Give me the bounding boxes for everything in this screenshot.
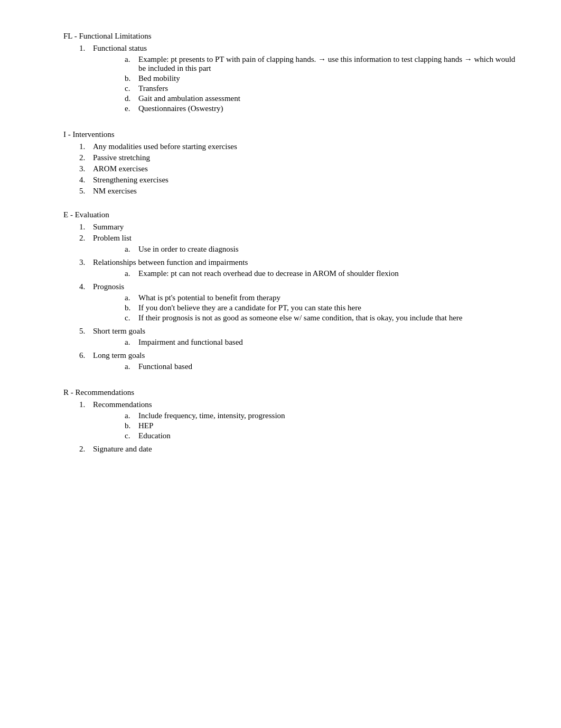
alpha-list: a.Functional based <box>93 362 518 371</box>
list-item: 2.Problem lista.Use in order to create d… <box>63 234 518 256</box>
list-item: b.Bed mobility <box>93 74 518 83</box>
item-text: AROM exercises <box>93 164 148 173</box>
alpha-label: a. <box>125 411 138 420</box>
list-item: 2.Signature and date <box>63 445 518 454</box>
list-item: a.Functional based <box>93 362 518 371</box>
list-item: 1.Summary <box>63 223 518 232</box>
item-content: Long term goalsa.Functional based <box>93 351 518 373</box>
item-number: 2. <box>79 445 93 454</box>
item-number: 1. <box>79 142 93 151</box>
list-item: a.What is pt's potential to benefit from… <box>93 293 518 302</box>
item-text: Recommendations <box>93 400 152 409</box>
list-item: 1.Any modalities used before starting ex… <box>63 142 518 151</box>
alpha-text: Bed mobility <box>138 74 518 83</box>
item-text: Short term goals <box>93 327 145 335</box>
list-item: a.Example: pt can not reach overhead due… <box>93 269 518 278</box>
item-content: Relationships between function and impai… <box>93 258 518 280</box>
alpha-label: a. <box>125 293 138 302</box>
numbered-list-r: 1.Recommendationsa.Include frequency, ti… <box>63 400 518 454</box>
section-e: E - Evaluation1.Summary2.Problem lista.U… <box>63 210 518 373</box>
list-item: d.Gait and ambulation assessment <box>93 94 518 103</box>
item-number: 1. <box>79 400 93 443</box>
alpha-label: a. <box>125 362 138 371</box>
item-content: AROM exercises <box>93 164 518 173</box>
item-number: 1. <box>79 223 93 232</box>
alpha-label: a. <box>125 338 138 347</box>
alpha-list: a.Example: pt presents to PT with pain o… <box>93 55 518 113</box>
item-content: NM exercises <box>93 187 518 196</box>
alpha-text: Example: pt can not reach overhead due t… <box>138 269 518 278</box>
alpha-label: a. <box>125 55 138 73</box>
item-text: Signature and date <box>93 445 152 453</box>
section-header-fl: FL - Functional Limitations <box>63 32 518 41</box>
alpha-text: Questionnaires (Oswestry) <box>138 104 518 113</box>
alpha-label: b. <box>125 421 138 430</box>
section-header-e: E - Evaluation <box>63 210 518 219</box>
item-content: Summary <box>93 223 518 232</box>
alpha-text: If you don't believe they are a candidat… <box>138 303 518 312</box>
item-content: Passive stretching <box>93 153 518 162</box>
list-item: c.Education <box>93 431 518 440</box>
alpha-list: a.Use in order to create diagnosis <box>93 245 518 254</box>
list-item: 3.Relationships between function and imp… <box>63 258 518 280</box>
alpha-label: b. <box>125 303 138 312</box>
item-text: Long term goals <box>93 351 145 360</box>
item-number: 6. <box>79 351 93 373</box>
alpha-label: d. <box>125 94 138 103</box>
item-number: 2. <box>79 234 93 256</box>
list-item: b.HEP <box>93 421 518 430</box>
alpha-list: a.What is pt's potential to benefit from… <box>93 293 518 322</box>
alpha-list: a.Example: pt can not reach overhead due… <box>93 269 518 278</box>
item-content: Short term goalsa.Impairment and functio… <box>93 327 518 349</box>
item-number: 4. <box>79 176 93 185</box>
list-item: 5.NM exercises <box>63 187 518 196</box>
item-number: 3. <box>79 258 93 280</box>
alpha-text: HEP <box>138 421 518 430</box>
alpha-list: a.Include frequency, time, intensity, pr… <box>93 411 518 440</box>
alpha-text: Include frequency, time, intensity, prog… <box>138 411 518 420</box>
list-item: 4.Prognosisa.What is pt's potential to b… <box>63 282 518 325</box>
alpha-text: If their prognosis is not as good as som… <box>138 314 518 322</box>
section-fl: FL - Functional Limitations1.Functional … <box>63 32 518 115</box>
item-text: Passive stretching <box>93 153 150 162</box>
alpha-label: c. <box>125 314 138 322</box>
list-item: b.If you don't believe they are a candid… <box>93 303 518 312</box>
item-number: 4. <box>79 282 93 325</box>
list-item: c.Transfers <box>93 84 518 93</box>
alpha-text: Use in order to create diagnosis <box>138 245 518 254</box>
alpha-list: a.Impairment and functional based <box>93 338 518 347</box>
item-text: Summary <box>93 223 124 231</box>
list-item: 3.AROM exercises <box>63 164 518 173</box>
list-item: e.Questionnaires (Oswestry) <box>93 104 518 113</box>
item-content: Problem lista.Use in order to create dia… <box>93 234 518 256</box>
alpha-text: Example: pt presents to PT with pain of … <box>138 55 518 73</box>
numbered-list-i: 1.Any modalities used before starting ex… <box>63 142 518 196</box>
numbered-list-fl: 1.Functional statusa.Example: pt present… <box>63 44 518 115</box>
alpha-label: a. <box>125 245 138 254</box>
document-body: FL - Functional Limitations1.Functional … <box>63 32 518 454</box>
list-item: a.Impairment and functional based <box>93 338 518 347</box>
item-number: 2. <box>79 153 93 162</box>
item-content: Recommendationsa.Include frequency, time… <box>93 400 518 443</box>
alpha-label: c. <box>125 431 138 440</box>
item-text: Strengthening exercises <box>93 176 169 184</box>
item-content: Signature and date <box>93 445 518 454</box>
alpha-label: e. <box>125 104 138 113</box>
list-item: 4.Strengthening exercises <box>63 176 518 185</box>
list-item: 1.Functional statusa.Example: pt present… <box>63 44 518 115</box>
item-text: Relationships between function and impai… <box>93 258 248 266</box>
item-number: 1. <box>79 44 93 115</box>
alpha-text: Transfers <box>138 84 518 93</box>
section-header-i: I - Interventions <box>63 130 518 139</box>
list-item: 6.Long term goalsa.Functional based <box>63 351 518 373</box>
alpha-text: What is pt's potential to benefit from t… <box>138 293 518 302</box>
alpha-label: c. <box>125 84 138 93</box>
item-number: 3. <box>79 164 93 173</box>
item-content: Any modalities used before starting exer… <box>93 142 518 151</box>
item-content: Functional statusa.Example: pt presents … <box>93 44 518 115</box>
item-number: 5. <box>79 187 93 196</box>
item-text: NM exercises <box>93 187 137 195</box>
alpha-text: Gait and ambulation assessment <box>138 94 518 103</box>
alpha-text: Functional based <box>138 362 518 371</box>
alpha-text: Impairment and functional based <box>138 338 518 347</box>
